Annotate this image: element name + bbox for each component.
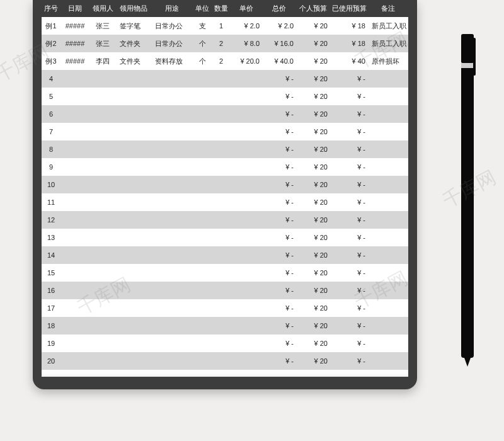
cell-seq: 例3 (42, 52, 60, 70)
cell-budget: ¥ 20 (296, 282, 330, 299)
cell-date (60, 299, 89, 317)
cell-budget: ¥ 20 (296, 246, 330, 264)
cell-item (116, 211, 151, 229)
cell-purpose (151, 123, 193, 140)
cell-budget: ¥ 20 (296, 70, 330, 88)
table-row: 例2#####张三文件夹日常办公个2¥ 8.0¥ 16.0¥ 20¥ 18新员工… (42, 35, 408, 52)
cell-unit (193, 246, 212, 264)
clipboard-frame: 序号 日期 领用人 领用物品 用途 单位 数量 单价 总价 个人预算 已使用预算… (33, 0, 417, 389)
cell-item: 文件夹 (116, 52, 151, 70)
cell-seq: 12 (42, 211, 60, 229)
table-row: 14¥ -¥ 20¥ - (42, 246, 408, 264)
cell-person (89, 193, 116, 211)
table-row: 11¥ -¥ 20¥ - (42, 193, 408, 211)
cell-used: ¥ - (330, 70, 368, 88)
cell-item (116, 193, 151, 211)
cell-seq: 16 (42, 282, 60, 299)
cell-unit (193, 193, 212, 211)
cell-person (89, 264, 116, 282)
col-item: 领用物品 (116, 0, 151, 17)
table-row: 12¥ -¥ 20¥ - (42, 211, 408, 229)
cell-purpose: 日常办公 (151, 35, 193, 52)
cell-purpose (151, 105, 193, 123)
table-row: 18¥ -¥ 20¥ - (42, 317, 408, 335)
cell-item (116, 299, 151, 317)
cell-unitprice (231, 123, 262, 140)
cell-note (368, 264, 408, 282)
cell-budget: ¥ 20 (296, 211, 330, 229)
cell-unitprice (231, 211, 262, 229)
cell-used: ¥ - (330, 88, 368, 105)
cell-note (368, 158, 408, 176)
cell-qty (212, 299, 231, 317)
cell-used: ¥ 40 (330, 52, 368, 70)
cell-qty (212, 158, 231, 176)
cell-person (89, 299, 116, 317)
cell-item (116, 317, 151, 335)
cell-unit (193, 123, 212, 140)
cell-purpose (151, 352, 193, 370)
cell-person (89, 123, 116, 140)
cell-date (60, 317, 89, 335)
cell-date (60, 123, 89, 140)
cell-unit (193, 317, 212, 335)
cell-total: ¥ - (262, 158, 296, 176)
cell-total: ¥ - (262, 123, 296, 140)
cell-total: ¥ - (262, 352, 296, 370)
table-row: 例1#####张三签字笔日常办公支1¥ 2.0¥ 2.0¥ 20¥ 18新员工入… (42, 17, 408, 35)
cell-note: 新员工入职 (368, 35, 408, 52)
cell-item (116, 140, 151, 158)
cell-budget: ¥ 20 (296, 352, 330, 370)
cell-unit (193, 158, 212, 176)
cell-item (116, 352, 151, 370)
cell-date: ##### (60, 52, 89, 70)
cell-purpose (151, 264, 193, 282)
cell-unit (193, 211, 212, 229)
cell-person (89, 282, 116, 299)
cell-used: ¥ - (330, 299, 368, 317)
cell-note: 原件损坏 (368, 52, 408, 70)
table-row: 19¥ -¥ 20¥ - (42, 335, 408, 352)
cell-purpose (151, 70, 193, 88)
cell-item (116, 70, 151, 88)
cell-item: 签字笔 (116, 17, 151, 35)
cell-budget: ¥ 20 (296, 17, 330, 35)
cell-seq: 20 (42, 352, 60, 370)
cell-purpose (151, 229, 193, 246)
cell-qty (212, 229, 231, 246)
table-row: 7¥ -¥ 20¥ - (42, 123, 408, 140)
cell-used: ¥ - (330, 317, 368, 335)
cell-note (368, 140, 408, 158)
table-row: 13¥ -¥ 20¥ - (42, 229, 408, 246)
cell-unit (193, 70, 212, 88)
cell-unit (193, 176, 212, 193)
cell-qty (212, 105, 231, 123)
table-header-row: 序号 日期 领用人 领用物品 用途 单位 数量 单价 总价 个人预算 已使用预算… (42, 0, 408, 17)
cell-seq: 6 (42, 105, 60, 123)
cell-item (116, 282, 151, 299)
cell-used: ¥ - (330, 246, 368, 264)
cell-used: ¥ - (330, 105, 368, 123)
cell-total: ¥ - (262, 105, 296, 123)
cell-seq: 5 (42, 88, 60, 105)
cell-unitprice (231, 282, 262, 299)
cell-note (368, 299, 408, 317)
cell-date: ##### (60, 35, 89, 52)
cell-qty (212, 211, 231, 229)
cell-budget: ¥ 20 (296, 317, 330, 335)
cell-seq: 19 (42, 335, 60, 352)
cell-qty (212, 140, 231, 158)
cell-unitprice (231, 176, 262, 193)
cell-seq: 例1 (42, 17, 60, 35)
cell-unitprice (231, 335, 262, 352)
cell-total: ¥ 16.0 (262, 35, 296, 52)
cell-total: ¥ - (262, 317, 296, 335)
cell-budget: ¥ 20 (296, 176, 330, 193)
cell-budget: ¥ 20 (296, 335, 330, 352)
cell-person: 李四 (89, 52, 116, 70)
cell-unit (193, 105, 212, 123)
cell-note (368, 229, 408, 246)
cell-item (116, 335, 151, 352)
cell-purpose (151, 317, 193, 335)
col-unit: 单位 (193, 0, 212, 17)
